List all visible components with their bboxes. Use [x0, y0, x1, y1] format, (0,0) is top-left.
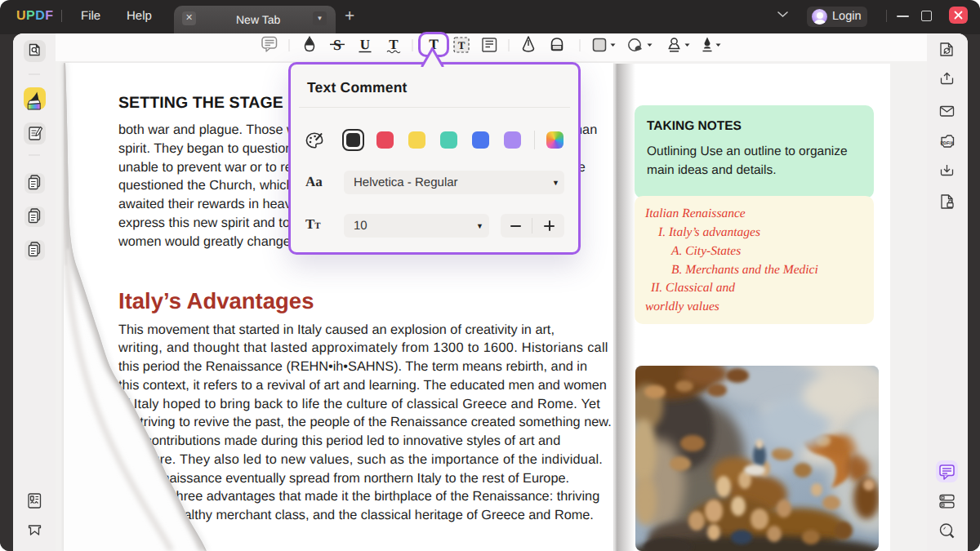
svg-text:T: T: [389, 37, 399, 52]
svg-text:U: U: [360, 37, 370, 52]
svg-text:T: T: [458, 39, 466, 51]
svg-text:PDF/A: PDF/A: [940, 141, 953, 146]
